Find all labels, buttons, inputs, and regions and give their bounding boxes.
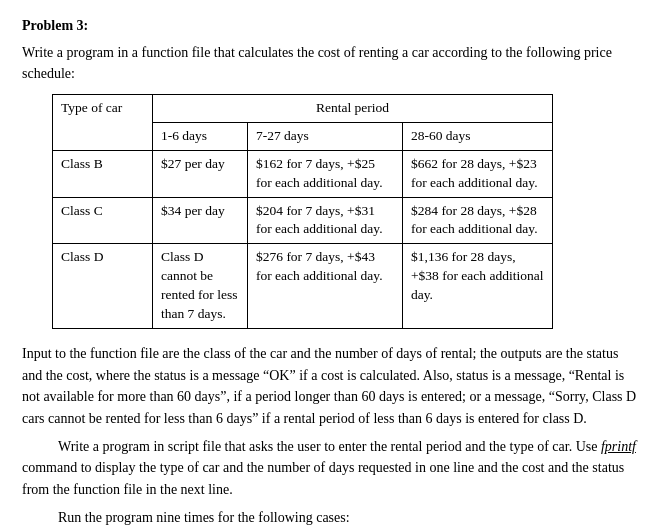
rate3-cell: $1,136 for 28 days, +$38 for each additi… bbox=[403, 244, 553, 329]
table-row: Class B$27 per day$162 for 7 days, +$25 … bbox=[53, 150, 553, 197]
rate2-cell: $204 for 7 days, +$31 for each additiona… bbox=[248, 197, 403, 244]
rental-period-header: Rental period bbox=[153, 95, 553, 123]
price-table-container: Type of car Rental period 1-6 days 7-27 … bbox=[22, 94, 640, 329]
col-7-27-header: 7-27 days bbox=[248, 122, 403, 150]
table-row: Class C$34 per day$204 for 7 days, +$31 … bbox=[53, 197, 553, 244]
type-of-car-header: Type of car bbox=[53, 95, 153, 151]
paragraph-1: Input to the function file are the class… bbox=[22, 343, 640, 430]
col-1-6-header: 1-6 days bbox=[153, 122, 248, 150]
rate1-cell: Class D cannot be rented for less than 7… bbox=[153, 244, 248, 329]
fprintf-text: fprintf bbox=[601, 439, 636, 454]
table-row: Class DClass D cannot be rented for less… bbox=[53, 244, 553, 329]
para2-text: Write a program in script file that asks… bbox=[58, 439, 601, 454]
rate2-cell: $276 for 7 days, +$43 for each additiona… bbox=[248, 244, 403, 329]
col-28-60-header: 28-60 days bbox=[403, 122, 553, 150]
paragraph-3: Run the program nine times for the follo… bbox=[22, 507, 640, 528]
rate3-cell: $662 for 28 days, +$23 for each addition… bbox=[403, 150, 553, 197]
intro-text: Write a program in a function file that … bbox=[22, 42, 640, 84]
class-cell: Class B bbox=[53, 150, 153, 197]
paragraph-2: Write a program in script file that asks… bbox=[22, 436, 640, 501]
rate1-cell: $34 per day bbox=[153, 197, 248, 244]
class-cell: Class C bbox=[53, 197, 153, 244]
price-table: Type of car Rental period 1-6 days 7-27 … bbox=[52, 94, 553, 329]
rate1-cell: $27 per day bbox=[153, 150, 248, 197]
rate3-cell: $284 for 28 days, +$28 for each addition… bbox=[403, 197, 553, 244]
problem-title: Problem 3: bbox=[22, 18, 640, 34]
rate2-cell: $162 for 7 days, +$25 for each additiona… bbox=[248, 150, 403, 197]
body-text: Input to the function file are the class… bbox=[22, 343, 640, 528]
para2b-text: command to display the type of car and t… bbox=[22, 460, 624, 497]
class-cell: Class D bbox=[53, 244, 153, 329]
